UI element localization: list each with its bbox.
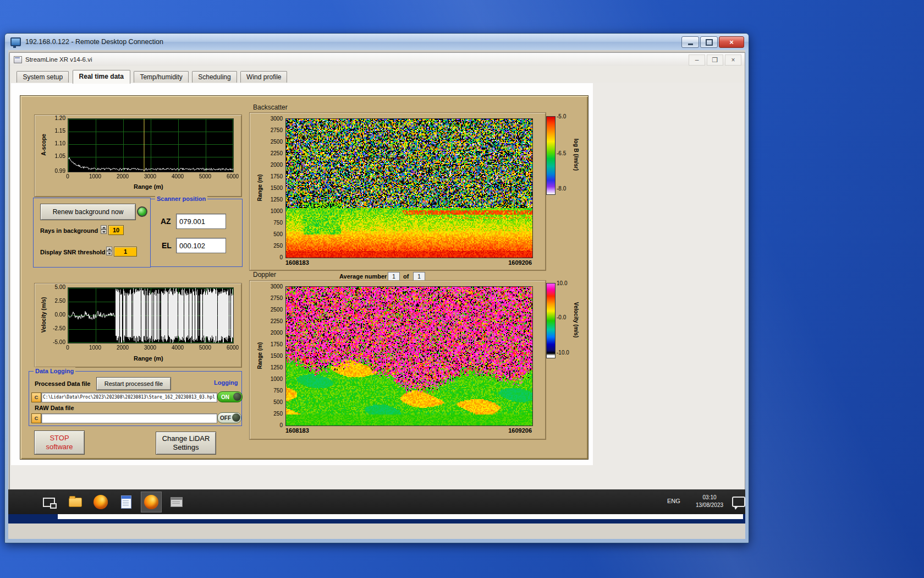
app-titlebar[interactable]: StreamLine XR v14-6.vi – ❒ × <box>10 53 745 67</box>
tick-label: 4000 <box>167 345 189 351</box>
stop-software-button[interactable]: STOPsoftware <box>34 430 85 455</box>
tick-label: 1.10 <box>48 140 65 146</box>
tick-label: 1500 <box>263 353 283 359</box>
doppler-x-end-label: 1609206 <box>493 427 532 434</box>
tick-label: 500 <box>263 231 283 237</box>
tick-label: 1.15 <box>48 128 65 134</box>
tick-label: 5000 <box>194 345 216 351</box>
tick-label: 2250 <box>263 318 283 324</box>
snr-spinner[interactable] <box>106 247 112 255</box>
tab-wind-profile[interactable]: Wind profile <box>240 71 287 83</box>
processed-path-field[interactable]: C:\Lidar\Data\Proc\2023\202308\20230813\… <box>41 392 217 402</box>
tick-label: 500 <box>263 399 283 405</box>
backscatter-colorbar <box>546 116 556 195</box>
taskbar-icon-notepad[interactable] <box>116 492 136 512</box>
snr-value-field[interactable]: 1 <box>114 247 137 257</box>
clock-time: 03:10 <box>689 494 730 501</box>
velocity-y-axis-label: Velocity (m/s) <box>41 297 47 332</box>
az-label: AZ <box>161 217 171 226</box>
data-logging-group: Data Logging Processed Data file Restart… <box>29 371 242 426</box>
session-taskbar: ENG 03:10 13/08/2023 <box>8 489 745 514</box>
el-value-field[interactable]: 000.102 <box>176 238 226 253</box>
tick-label: 2000 <box>112 345 134 351</box>
language-indicator[interactable]: ENG <box>667 498 680 504</box>
logging-label: Logging <box>214 379 238 386</box>
ascope-canvas <box>68 119 233 172</box>
content-area: A-scope Range (m) 1.201.151.101.050.9901… <box>11 83 593 465</box>
taskbar-icon-scan-scheduler[interactable] <box>167 492 186 512</box>
tick-label: 0 <box>263 422 283 428</box>
taskbar-icon-file-explorer[interactable] <box>65 492 85 512</box>
tick-label: 2.50 <box>48 298 65 304</box>
backscatter-x-end-label: 1609206 <box>493 259 532 266</box>
scanner-position-title: Scanner position <box>155 195 207 203</box>
velocity-canvas <box>68 288 233 343</box>
backscatter-canvas <box>286 119 532 258</box>
tab-system-setup[interactable]: System setup <box>16 71 69 83</box>
tick-label: 2750 <box>263 295 283 301</box>
az-value-field[interactable]: 079.001 <box>176 214 226 229</box>
clock-date: 13/08/2023 <box>689 501 730 509</box>
backscatter-y-axis-label: Range (m) <box>257 175 263 201</box>
tick-label: 3000 <box>263 283 283 290</box>
close-button[interactable]: × <box>719 36 744 48</box>
raw-drive-button[interactable]: C <box>31 413 41 423</box>
raw-logging-toggle[interactable]: OFF <box>217 412 241 423</box>
app-body: A-scope Range (m) 1.201.151.101.050.9901… <box>10 83 745 519</box>
tick-label: 2500 <box>263 307 283 313</box>
processed-drive-button[interactable]: C <box>31 392 41 402</box>
doppler-frame: Range (m) 1608183 1609206 30002750250022… <box>249 280 546 440</box>
change-lidar-settings-button[interactable]: Change LiDARSettings <box>156 432 216 455</box>
tick-label: 750 <box>263 388 283 394</box>
restart-processed-file-button[interactable]: Restart processed file <box>96 377 171 390</box>
tick-label: 250 <box>263 243 283 249</box>
velocity-x-axis-label: Range (m) <box>134 355 163 362</box>
tick-label: 10.0 <box>557 280 575 286</box>
tick-label: 0.00 <box>48 312 65 318</box>
remote-session: StreamLine XR v14-6.vi – ❒ × System setu… <box>8 50 745 539</box>
notification-icon[interactable] <box>732 497 745 507</box>
tick-label: 0 <box>263 254 283 260</box>
tick-label: 5000 <box>194 173 216 179</box>
tick-label: 1750 <box>263 173 283 179</box>
rays-spinner[interactable] <box>101 225 107 234</box>
el-label: EL <box>162 241 172 250</box>
tick-label: -10.0 <box>557 350 575 356</box>
tick-label: 1500 <box>263 185 283 191</box>
rays-value-field[interactable]: 10 <box>108 225 124 235</box>
tick-label: 2500 <box>263 139 283 145</box>
maximize-button[interactable] <box>700 36 718 48</box>
minimize-button[interactable] <box>681 36 699 48</box>
tab-temp-humidity[interactable]: Temp/humidity <box>134 71 188 83</box>
app-close-button[interactable]: × <box>725 54 741 66</box>
taskbar-clock[interactable]: 03:10 13/08/2023 <box>689 494 730 509</box>
tab-strip: System setup Real time data Temp/humidit… <box>10 66 745 83</box>
tick-label: -2.50 <box>48 325 65 331</box>
tab-real-time-data[interactable]: Real time data <box>73 70 130 84</box>
tick-label: 2000 <box>263 330 283 336</box>
tick-label: 5.00 <box>48 284 65 290</box>
tick-label: 750 <box>263 220 283 226</box>
tick-label: 3000 <box>263 116 283 122</box>
backscatter-colorbar-label: log B (/m/sr) <box>573 139 579 171</box>
renew-led-indicator <box>137 206 147 217</box>
app-restore-button[interactable]: ❒ <box>707 54 723 66</box>
tick-label: 1250 <box>263 364 283 370</box>
taskbar-icon-task-view[interactable] <box>39 492 59 512</box>
taskbar-icon-firefox-active[interactable] <box>141 492 161 512</box>
backscatter-x-start-label: 1608183 <box>285 259 309 266</box>
tab-scheduling[interactable]: Scheduling <box>192 71 237 83</box>
app-minimize-button[interactable]: – <box>689 54 705 66</box>
tick-label: 3000 <box>139 173 161 179</box>
raw-path-field[interactable] <box>41 413 217 423</box>
renew-background-button[interactable]: Renew background now <box>40 204 136 220</box>
tick-label: 1000 <box>84 173 106 179</box>
tick-label: 0 <box>57 345 79 351</box>
tick-label: 3000 <box>139 345 161 351</box>
processed-logging-toggle[interactable]: ON <box>217 391 243 402</box>
taskbar-icon-firefox[interactable] <box>91 492 111 512</box>
rdp-window: 192.168.0.122 - Remote Desktop Connectio… <box>4 33 749 543</box>
remote-desktop-icon <box>10 37 21 46</box>
rdp-titlebar[interactable]: 192.168.0.122 - Remote Desktop Connectio… <box>5 34 749 50</box>
tick-label: -0.0 <box>557 314 575 320</box>
